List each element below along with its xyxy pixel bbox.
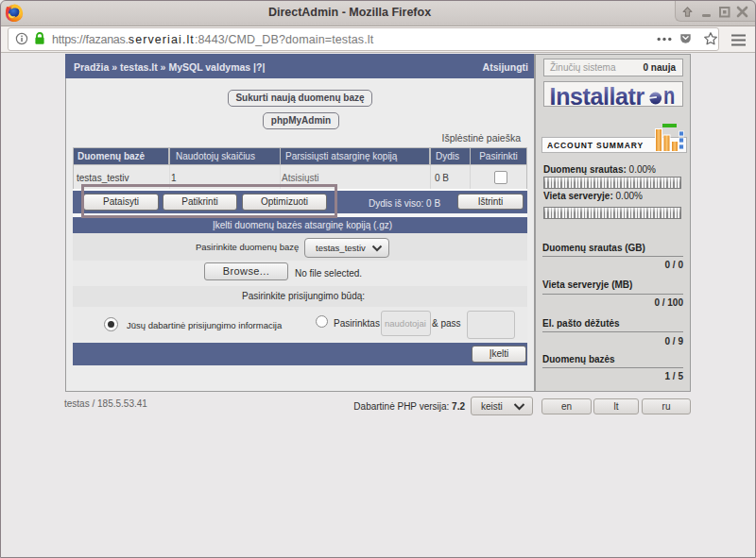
svg-text:Installatr: Installatr — [550, 83, 645, 108]
svg-text:n: n — [663, 83, 675, 107]
